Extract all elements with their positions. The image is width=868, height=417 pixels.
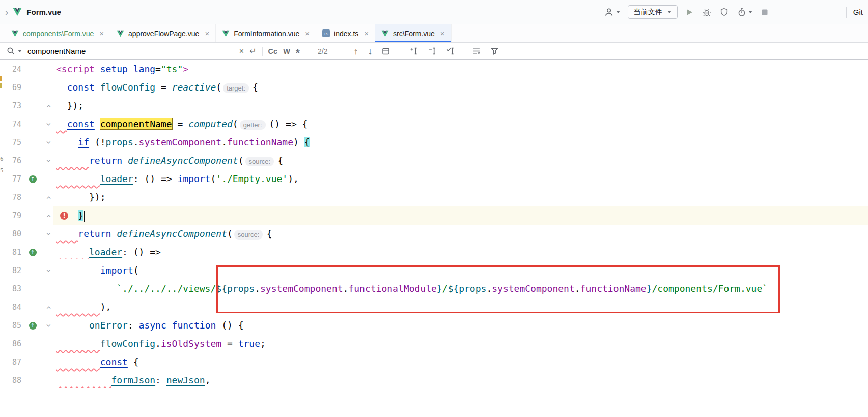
match-case-toggle[interactable]: Cc: [268, 47, 278, 55]
line-number[interactable]: 76: [0, 152, 24, 170]
line-number[interactable]: 74: [0, 115, 24, 133]
user-menu-button[interactable]: [603, 6, 621, 18]
breadcrumb-chevron-icon[interactable]: ›: [5, 7, 8, 17]
search-query-text[interactable]: componentName: [27, 47, 234, 55]
fold-marker-icon[interactable]: ›: [44, 214, 53, 218]
code-text[interactable]: return defineAsyncComponent(source:{: [53, 152, 868, 170]
git-menu[interactable]: Git: [853, 8, 863, 16]
code-text[interactable]: const flowConfig = reactive(target:{: [53, 78, 868, 97]
line-number[interactable]: 75: [0, 133, 24, 152]
fold-marker-icon[interactable]: ›: [44, 269, 53, 273]
profiler-button[interactable]: [736, 7, 753, 18]
code-text[interactable]: `./../../../views/${props.systemComponen…: [53, 280, 868, 298]
close-icon[interactable]: ×: [305, 29, 310, 38]
gutter-green-arrow-icon[interactable]: ↑: [29, 322, 37, 330]
code-text[interactable]: });: [53, 188, 868, 206]
search-history-chevron-icon[interactable]: [18, 50, 22, 52]
code-text[interactable]: const {: [53, 353, 868, 371]
run-config-selector[interactable]: 当前文件: [628, 5, 678, 19]
code-token: [56, 375, 111, 385]
fold-marker-icon[interactable]: ›: [44, 232, 53, 236]
line-number[interactable]: 82: [0, 261, 24, 280]
code-text[interactable]: ! }: [53, 206, 868, 225]
line-number[interactable]: 77: [0, 170, 24, 188]
code-text[interactable]: onError: async function () {: [53, 316, 868, 335]
filter-icon[interactable]: [490, 47, 499, 55]
line-number[interactable]: 84: [0, 298, 24, 316]
search-input[interactable]: componentName × ↵ Cc W *: [0, 43, 305, 59]
line-number[interactable]: 81: [0, 243, 24, 261]
coverage-button[interactable]: [719, 7, 730, 17]
fold-marker-icon[interactable]: ›: [44, 141, 53, 144]
tab-approveflowpage-vue[interactable]: approveFlowPage.vue ×: [110, 24, 216, 42]
run-button[interactable]: [684, 7, 694, 17]
code-text[interactable]: return defineAsyncComponent(source:{: [53, 225, 868, 243]
error-icon[interactable]: !: [60, 212, 68, 220]
code-line-82: 82› import(: [0, 261, 868, 280]
tab-index-ts[interactable]: TS index.ts ×: [316, 24, 375, 42]
gutter-green-arrow-icon[interactable]: ↑: [29, 249, 37, 256]
add-selection-button[interactable]: [410, 47, 418, 55]
line-number[interactable]: 78: [0, 188, 24, 206]
line-number[interactable]: 86: [0, 335, 24, 353]
parameter-hint: target:: [223, 83, 249, 93]
editor[interactable]: 24<script setup lang="ts">69 const flowC…: [0, 60, 868, 417]
vue-logo-icon: [13, 8, 22, 16]
code-text[interactable]: formJson: newJson,: [53, 371, 868, 390]
fold-marker-icon[interactable]: ›: [44, 123, 53, 126]
search-options-button[interactable]: [472, 47, 481, 55]
line-number[interactable]: 87: [0, 353, 24, 371]
line-number[interactable]: 69: [0, 78, 24, 97]
line-number[interactable]: 88: [0, 371, 24, 390]
close-icon[interactable]: ×: [440, 29, 445, 38]
code-text[interactable]: loader: () =>: [53, 243, 868, 261]
search-icon[interactable]: [7, 47, 15, 55]
previous-occurrence-button[interactable]: ↑: [353, 47, 358, 56]
fold-marker-icon[interactable]: ›: [44, 324, 53, 327]
newline-icon[interactable]: ↵: [249, 47, 256, 55]
code-text[interactable]: import(: [53, 261, 868, 280]
code-text[interactable]: <script setup lang="ts">: [53, 60, 868, 78]
close-icon[interactable]: ×: [99, 29, 104, 38]
code-token: (!: [89, 137, 106, 147]
line-number[interactable]: 79: [0, 206, 24, 225]
code-token: }: [78, 210, 83, 221]
code-token: if: [78, 137, 89, 147]
svg-text:TS: TS: [324, 32, 328, 36]
close-icon[interactable]: ×: [205, 29, 209, 38]
fold-marker-icon[interactable]: ›: [44, 159, 53, 163]
fold-marker-icon[interactable]: ›: [44, 306, 53, 309]
code-text[interactable]: if (!props.systemComponent.functionName)…: [53, 133, 868, 152]
stop-button[interactable]: [760, 8, 769, 17]
open-in-find-window-button[interactable]: [382, 47, 390, 55]
code-token: [122, 155, 128, 166]
code-token: newJson: [166, 375, 205, 385]
line-number[interactable]: 80: [0, 225, 24, 243]
line-number[interactable]: 83: [0, 280, 24, 298]
tab-forminformation-vue[interactable]: FormInformation.vue ×: [216, 24, 316, 42]
close-icon[interactable]: ×: [364, 29, 369, 38]
fold-marker-icon[interactable]: ›: [44, 196, 53, 199]
line-number[interactable]: 73: [0, 97, 24, 115]
fold-marker-icon[interactable]: ›: [44, 104, 53, 108]
edge-artifact-digit: 6: [0, 156, 4, 162]
words-toggle[interactable]: W: [283, 47, 290, 55]
debug-button[interactable]: [701, 7, 712, 18]
code-text[interactable]: const componentName = computed(getter:()…: [53, 115, 868, 133]
remove-selection-button[interactable]: [428, 47, 437, 55]
gutter-green-arrow-icon[interactable]: ↑: [29, 175, 37, 183]
code-token: const: [100, 356, 128, 367]
next-occurrence-button[interactable]: ↓: [368, 47, 372, 56]
code-text[interactable]: ),: [53, 298, 868, 316]
code-text[interactable]: });: [53, 97, 868, 115]
regex-toggle[interactable]: *: [296, 50, 300, 55]
tab-src-form-vue-active[interactable]: src\Form.vue ×: [375, 24, 451, 42]
typescript-icon: TS: [322, 29, 330, 37]
line-number[interactable]: 24: [0, 60, 24, 78]
select-all-occurrences-button[interactable]: [446, 47, 455, 55]
code-text[interactable]: flowConfig.isOldSystem = true;: [53, 335, 868, 353]
tab-components-form-vue[interactable]: components\Form.vue ×: [5, 24, 110, 42]
code-text[interactable]: loader: () => import('./Empty.vue'),: [53, 170, 868, 188]
line-number[interactable]: 85: [0, 316, 24, 335]
clear-search-icon[interactable]: ×: [239, 47, 244, 55]
